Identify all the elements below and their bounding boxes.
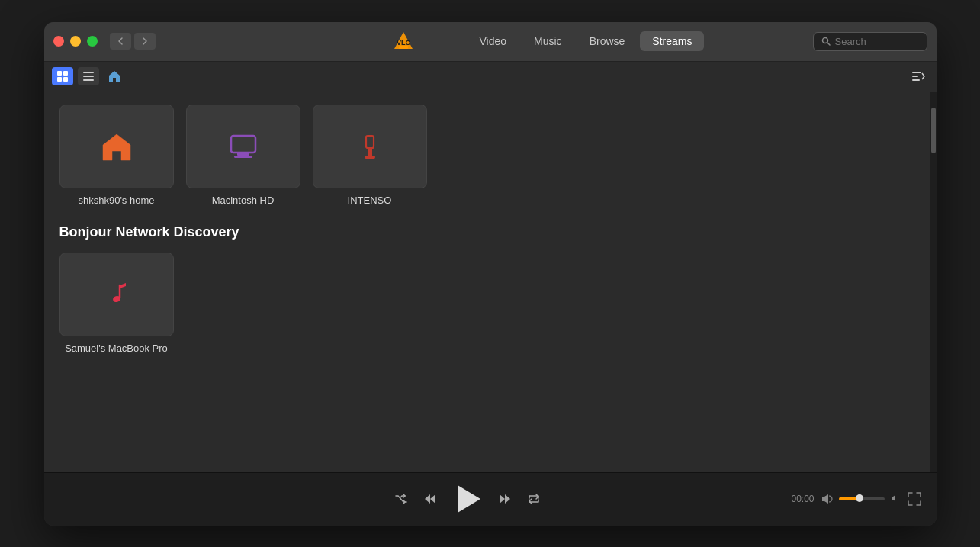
home-button[interactable]	[104, 67, 125, 85]
card-label: INTENSO	[313, 195, 427, 206]
svg-rect-5	[57, 71, 62, 76]
svg-rect-17	[234, 156, 252, 158]
sort-button[interactable]	[908, 67, 929, 85]
drives-section: shkshk90's home Macintosh HD	[59, 105, 921, 206]
svg-rect-9	[83, 72, 94, 73]
list-item[interactable]: shkshk90's home	[59, 105, 174, 206]
card-thumbnail-home[interactable]	[59, 105, 174, 188]
tab-music[interactable]: Music	[522, 31, 574, 51]
scrollbar-track[interactable]	[930, 92, 937, 472]
play-button[interactable]	[452, 484, 483, 514]
list-item[interactable]: Macintosh HD	[186, 105, 300, 206]
svg-rect-16	[237, 153, 249, 156]
tab-browse[interactable]: Browse	[577, 31, 638, 51]
search-input[interactable]	[835, 36, 919, 47]
svg-line-4	[827, 43, 830, 45]
svg-marker-23	[430, 494, 435, 504]
bonjour-section: Bonjour Network Discovery Samuel's MacBo…	[59, 224, 921, 354]
shuffle-button[interactable]	[394, 492, 408, 506]
search-bar	[813, 32, 927, 51]
card-label: Macintosh HD	[186, 195, 300, 206]
traffic-lights	[53, 36, 98, 47]
svg-rect-13	[912, 76, 918, 77]
toolbar	[44, 62, 937, 92]
volume-icon	[821, 493, 833, 505]
time-display: 00:00	[791, 494, 814, 504]
fast-forward-button[interactable]	[498, 492, 512, 506]
titlebar: VLC Video Music Browse Streams	[44, 22, 937, 62]
svg-rect-18	[366, 136, 374, 148]
card-thumbnail-usb[interactable]	[313, 105, 427, 188]
svg-marker-25	[505, 494, 510, 504]
tab-streams[interactable]: Streams	[640, 31, 704, 51]
app-window: VLC Video Music Browse Streams	[44, 22, 937, 526]
card-thumbnail-mac[interactable]	[186, 105, 300, 188]
svg-rect-8	[63, 77, 68, 82]
svg-rect-14	[912, 79, 920, 81]
card-label: Samuel's MacBook Pro	[59, 343, 174, 354]
list-view-button[interactable]	[78, 67, 99, 85]
play-icon	[458, 485, 480, 513]
svg-rect-7	[57, 77, 62, 82]
nav-back-button[interactable]	[110, 33, 131, 50]
svg-rect-10	[83, 76, 94, 77]
card-thumbnail-macbook[interactable]	[59, 253, 174, 336]
list-item[interactable]: Samuel's MacBook Pro	[59, 253, 174, 354]
svg-rect-11	[83, 79, 94, 81]
nav-arrows	[110, 33, 156, 50]
maximize-button[interactable]	[87, 36, 98, 47]
player-right: 00:00	[784, 492, 921, 506]
card-label: shkshk90's home	[59, 195, 174, 206]
main-content: shkshk90's home Macintosh HD	[44, 92, 937, 472]
list-item[interactable]: INTENSO	[313, 105, 427, 206]
bonjour-grid: Samuel's MacBook Pro	[59, 253, 921, 354]
rewind-button[interactable]	[423, 492, 437, 506]
minimize-button[interactable]	[70, 36, 81, 47]
volume-fill	[839, 497, 857, 500]
svg-rect-12	[912, 72, 921, 73]
tab-bar: Video Music Browse Streams	[468, 31, 705, 51]
tab-video[interactable]: Video	[468, 31, 519, 51]
scrollbar-thumb[interactable]	[931, 108, 936, 153]
volume-handle[interactable]	[856, 494, 863, 502]
player-controls	[160, 484, 775, 514]
svg-rect-6	[63, 71, 68, 76]
fullscreen-button[interactable]	[908, 492, 921, 506]
svg-marker-22	[425, 494, 430, 504]
svg-rect-15	[231, 136, 255, 153]
search-icon	[821, 37, 831, 46]
vlc-logo-icon: VLC	[391, 29, 416, 53]
svg-point-3	[822, 38, 827, 43]
volume-slider[interactable]	[839, 497, 885, 500]
repeat-button[interactable]	[527, 492, 541, 506]
player-bar: 00:00	[44, 472, 937, 526]
svg-rect-20	[365, 156, 375, 159]
speaker-icon	[891, 494, 901, 504]
section-heading: Bonjour Network Discovery	[59, 224, 921, 240]
grid-view-button[interactable]	[52, 67, 73, 85]
close-button[interactable]	[53, 36, 64, 47]
svg-text:VLC: VLC	[397, 39, 411, 47]
nav-forward-button[interactable]	[134, 33, 156, 50]
svg-marker-24	[500, 494, 505, 504]
